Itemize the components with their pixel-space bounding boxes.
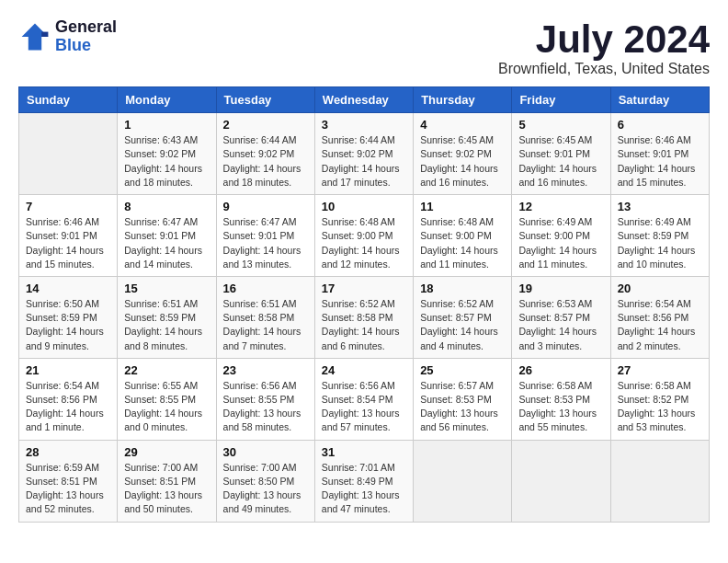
day-number: 30 [223,445,308,459]
day-info: Sunrise: 6:50 AMSunset: 8:59 PMDaylight:… [26,297,110,353]
day-info: Sunrise: 6:56 AMSunset: 8:55 PMDaylight:… [223,379,308,435]
logo: General Blue [18,18,117,55]
day-info: Sunrise: 6:52 AMSunset: 8:57 PMDaylight:… [420,297,505,353]
day-number: 2 [223,118,308,132]
day-number: 10 [322,200,406,213]
calendar-cell: 15Sunrise: 6:51 AMSunset: 8:59 PMDayligh… [118,276,216,358]
logo-icon [18,20,51,53]
day-info: Sunrise: 6:48 AMSunset: 9:00 PMDaylight:… [420,215,505,271]
calendar-cell: 31Sunrise: 7:01 AMSunset: 8:49 PMDayligh… [314,440,413,522]
day-info: Sunrise: 6:46 AMSunset: 9:01 PMDaylight:… [26,215,110,271]
calendar-cell: 8Sunrise: 6:47 AMSunset: 9:01 PMDaylight… [118,195,216,277]
day-number: 21 [26,363,110,377]
calendar-cell: 23Sunrise: 6:56 AMSunset: 8:55 PMDayligh… [216,358,314,440]
day-number: 3 [322,118,406,132]
day-number: 5 [518,118,603,132]
calendar-cell [610,440,709,522]
calendar-cell: 27Sunrise: 6:58 AMSunset: 8:52 PMDayligh… [610,358,709,440]
day-number: 14 [26,282,110,295]
day-number: 23 [223,363,308,377]
header-row: SundayMondayTuesdayWednesdayThursdayFrid… [19,87,710,113]
calendar-cell: 14Sunrise: 6:50 AMSunset: 8:59 PMDayligh… [19,276,118,358]
day-number: 11 [420,200,505,213]
day-info: Sunrise: 6:53 AMSunset: 8:57 PMDaylight:… [518,297,603,353]
day-number: 31 [322,445,406,459]
week-row-3: 14Sunrise: 6:50 AMSunset: 8:59 PMDayligh… [19,276,710,358]
day-info: Sunrise: 7:01 AMSunset: 8:49 PMDaylight:… [322,461,406,517]
day-info: Sunrise: 6:47 AMSunset: 9:01 PMDaylight:… [223,215,308,271]
calendar-cell: 2Sunrise: 6:44 AMSunset: 9:02 PMDaylight… [216,113,314,195]
page-header: General Blue July 2024 Brownfield, Texas… [18,18,710,77]
day-info: Sunrise: 6:47 AMSunset: 9:01 PMDaylight:… [124,215,209,271]
day-info: Sunrise: 6:57 AMSunset: 8:53 PMDaylight:… [420,379,505,435]
calendar-cell: 17Sunrise: 6:52 AMSunset: 8:58 PMDayligh… [314,276,413,358]
day-number: 17 [322,282,406,295]
calendar-cell: 1Sunrise: 6:43 AMSunset: 9:02 PMDaylight… [118,113,216,195]
calendar-cell: 16Sunrise: 6:51 AMSunset: 8:58 PMDayligh… [216,276,314,358]
calendar-cell: 9Sunrise: 6:47 AMSunset: 9:01 PMDaylight… [216,195,314,277]
calendar-cell: 18Sunrise: 6:52 AMSunset: 8:57 PMDayligh… [414,276,512,358]
calendar-cell: 25Sunrise: 6:57 AMSunset: 8:53 PMDayligh… [414,358,512,440]
calendar-cell: 28Sunrise: 6:59 AMSunset: 8:51 PMDayligh… [19,440,118,522]
day-number: 4 [420,118,505,132]
day-number: 27 [618,363,702,377]
day-info: Sunrise: 6:44 AMSunset: 9:02 PMDaylight:… [322,133,406,190]
day-info: Sunrise: 6:51 AMSunset: 8:59 PMDaylight:… [124,297,209,353]
calendar-cell: 26Sunrise: 6:58 AMSunset: 8:53 PMDayligh… [512,358,610,440]
week-row-5: 28Sunrise: 6:59 AMSunset: 8:51 PMDayligh… [19,440,710,522]
calendar-cell: 5Sunrise: 6:45 AMSunset: 9:01 PMDaylight… [512,113,610,195]
header-cell-monday: Monday [118,87,216,113]
subtitle: Brownfield, Texas, United States [498,61,710,77]
calendar-cell: 19Sunrise: 6:53 AMSunset: 8:57 PMDayligh… [512,276,610,358]
day-number: 22 [124,363,209,377]
day-info: Sunrise: 6:45 AMSunset: 9:02 PMDaylight:… [420,133,505,190]
day-info: Sunrise: 6:51 AMSunset: 8:58 PMDaylight:… [223,297,308,353]
day-number: 26 [518,363,603,377]
svg-marker-1 [41,31,48,36]
day-number: 25 [420,363,505,377]
header-cell-friday: Friday [512,87,610,113]
calendar-cell: 4Sunrise: 6:45 AMSunset: 9:02 PMDaylight… [414,113,512,195]
day-number: 28 [26,445,110,459]
day-number: 29 [124,445,209,459]
day-number: 1 [124,118,209,132]
day-number: 13 [618,200,702,213]
day-info: Sunrise: 6:54 AMSunset: 8:56 PMDaylight:… [618,297,702,353]
calendar-cell [19,113,118,195]
header-cell-wednesday: Wednesday [314,87,413,113]
logo-general: General [55,18,117,37]
calendar-cell: 13Sunrise: 6:49 AMSunset: 8:59 PMDayligh… [610,195,709,277]
title-area: July 2024 Brownfield, Texas, United Stat… [498,18,710,77]
calendar-cell: 30Sunrise: 7:00 AMSunset: 8:50 PMDayligh… [216,440,314,522]
header-cell-tuesday: Tuesday [216,87,314,113]
calendar-cell: 7Sunrise: 6:46 AMSunset: 9:01 PMDaylight… [19,195,118,277]
day-info: Sunrise: 6:45 AMSunset: 9:01 PMDaylight:… [518,133,603,190]
header-cell-sunday: Sunday [19,87,118,113]
day-info: Sunrise: 6:56 AMSunset: 8:54 PMDaylight:… [322,379,406,435]
calendar-cell [512,440,610,522]
day-info: Sunrise: 6:55 AMSunset: 8:55 PMDaylight:… [124,379,209,435]
calendar-cell: 11Sunrise: 6:48 AMSunset: 9:00 PMDayligh… [414,195,512,277]
day-info: Sunrise: 6:44 AMSunset: 9:02 PMDaylight:… [223,133,308,190]
main-title: July 2024 [498,18,710,61]
day-number: 8 [124,200,209,213]
calendar-header: SundayMondayTuesdayWednesdayThursdayFrid… [19,87,710,113]
day-info: Sunrise: 6:49 AMSunset: 8:59 PMDaylight:… [618,215,702,271]
header-cell-saturday: Saturday [610,87,709,113]
calendar-cell [414,440,512,522]
week-row-4: 21Sunrise: 6:54 AMSunset: 8:56 PMDayligh… [19,358,710,440]
day-info: Sunrise: 6:54 AMSunset: 8:56 PMDaylight:… [26,379,110,435]
day-info: Sunrise: 6:46 AMSunset: 9:01 PMDaylight:… [618,133,702,190]
day-info: Sunrise: 6:43 AMSunset: 9:02 PMDaylight:… [124,133,209,190]
day-number: 19 [518,282,603,295]
logo-text: General Blue [55,18,117,55]
day-number: 9 [223,200,308,213]
day-info: Sunrise: 6:48 AMSunset: 9:00 PMDaylight:… [322,215,406,271]
day-number: 16 [223,282,308,295]
header-cell-thursday: Thursday [414,87,512,113]
week-row-2: 7Sunrise: 6:46 AMSunset: 9:01 PMDaylight… [19,195,710,277]
day-number: 12 [518,200,603,213]
calendar-table: SundayMondayTuesdayWednesdayThursdayFrid… [18,86,710,522]
calendar-cell: 10Sunrise: 6:48 AMSunset: 9:00 PMDayligh… [314,195,413,277]
calendar-cell: 21Sunrise: 6:54 AMSunset: 8:56 PMDayligh… [19,358,118,440]
